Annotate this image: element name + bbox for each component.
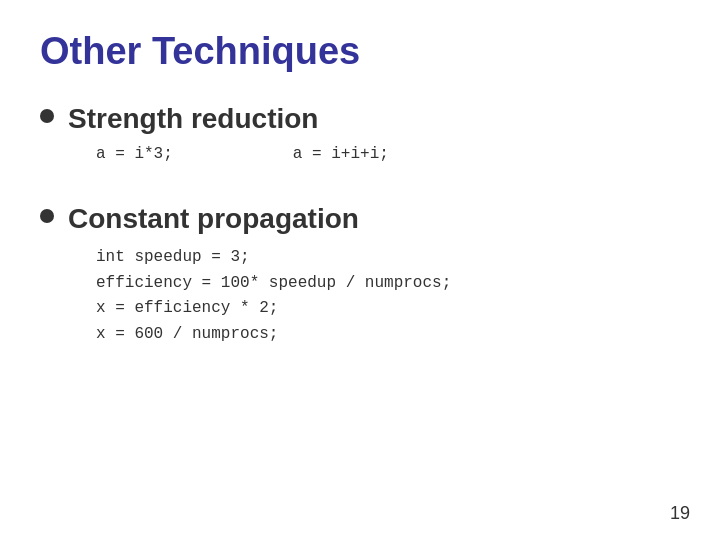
bullet2-label: Constant propagation	[68, 203, 359, 234]
bullet2-dot	[40, 209, 54, 223]
code-line-4: x = 600 / numprocs;	[96, 322, 451, 348]
strength-code-right: a = i+i+i;	[293, 145, 389, 163]
page-number: 19	[670, 503, 690, 524]
code-line-2: efficiency = 100* speedup / numprocs;	[96, 271, 451, 297]
slide: Other Techniques Strength reduction a = …	[0, 0, 720, 540]
bullet1-section: Strength reduction a = i*3; a = i+i+i;	[40, 103, 680, 183]
bullet1-dot	[40, 109, 54, 123]
strength-code-left: a = i*3;	[96, 145, 173, 163]
strength-code-row: a = i*3; a = i+i+i;	[96, 145, 389, 163]
bullet1-label: Strength reduction	[68, 103, 318, 134]
code-block: int speedup = 3; efficiency = 100* speed…	[96, 245, 451, 347]
code-line-3: x = efficiency * 2;	[96, 296, 451, 322]
bullet2-section: Constant propagation int speedup = 3; ef…	[40, 203, 680, 347]
code-line-1: int speedup = 3;	[96, 245, 451, 271]
slide-title: Other Techniques	[40, 30, 680, 73]
